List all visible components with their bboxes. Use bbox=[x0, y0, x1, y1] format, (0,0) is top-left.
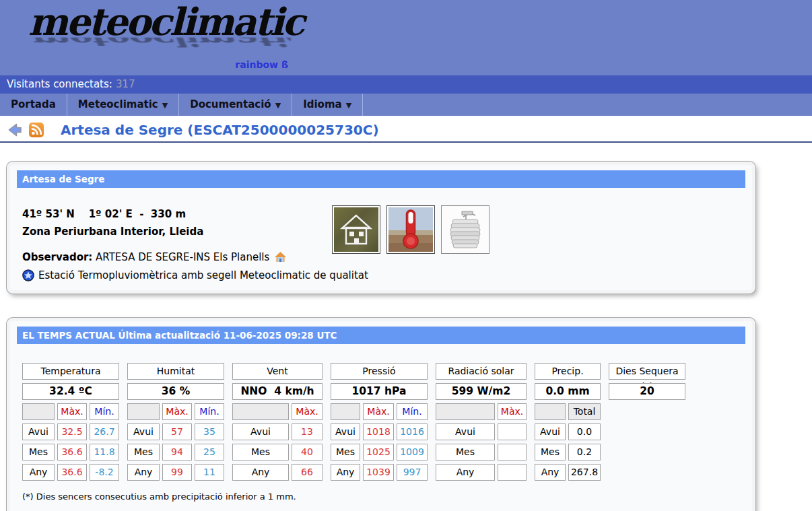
row-label: Any bbox=[22, 464, 55, 481]
page-title: Artesa de Segre (ESCAT2500000025730C) bbox=[61, 122, 379, 138]
group-pressio: Pressió 1017 hPa Màx. Mín. Avui 1018 101… bbox=[331, 363, 428, 481]
column-title: Temperatura bbox=[22, 363, 119, 380]
back-arrow-icon[interactable] bbox=[7, 122, 23, 138]
value-cell: 94 bbox=[162, 444, 192, 461]
current-value: 1017 hPa bbox=[331, 383, 428, 400]
row-label: Mes bbox=[535, 444, 566, 461]
row-label: Mes bbox=[127, 444, 160, 461]
value-cell: 1016 bbox=[397, 423, 428, 440]
quality-badge-text: Estació Termopluviomètrica amb segell Me… bbox=[38, 269, 368, 281]
column-title: Radiació solar bbox=[436, 363, 527, 380]
logo-tagline: rainbow ß bbox=[235, 59, 288, 70]
value-cell: 267.8 bbox=[568, 464, 601, 481]
station-house-photo[interactable] bbox=[332, 205, 380, 254]
current-value: 36 % bbox=[127, 383, 224, 400]
value-cell: 57 bbox=[162, 423, 192, 440]
nav-item-documentacio[interactable]: Documentació▼ bbox=[179, 94, 292, 116]
column-title: Vent bbox=[232, 363, 323, 380]
house-icon[interactable] bbox=[275, 252, 286, 265]
observer-name: ARTESA DE SEGRE-INS Els Planells bbox=[96, 251, 269, 263]
row-label: Avui bbox=[22, 423, 55, 440]
value-cell: 35 bbox=[195, 423, 224, 440]
logo-reflection: meteoclimatic bbox=[28, 38, 291, 50]
group-precip: Precip. 0.0 mm Total Avui 0.0 Mes 0.2 An… bbox=[535, 363, 601, 481]
nav-item-meteoclimatic[interactable]: Meteoclimatic▼ bbox=[67, 94, 179, 116]
quality-star-icon[interactable] bbox=[22, 269, 34, 281]
corner-cell bbox=[331, 403, 360, 420]
min-header: Mín. bbox=[397, 403, 428, 420]
chevron-down-icon: ▼ bbox=[275, 101, 281, 110]
weather-panel: EL TEMPS ACTUAL Última actualització 11-… bbox=[7, 318, 755, 511]
title-row: Artesa de Segre (ESCAT2500000025730C) bbox=[0, 120, 812, 142]
group-dies-sequera: Dies Sequera (*) 20 bbox=[609, 363, 685, 400]
top-banner: meteoclimatic meteoclimatic rainbow ß bbox=[0, 0, 812, 75]
corner-cell bbox=[22, 403, 55, 420]
meteoclimatic-logo[interactable]: meteoclimatic meteoclimatic rainbow ß bbox=[28, 1, 291, 55]
nav-item-portada[interactable]: Portada bbox=[0, 94, 67, 116]
group-vent: Vent NNO 4 km/h Màx. Avui 13 Mes 40 Any … bbox=[232, 363, 323, 481]
visitors-count: 317 bbox=[116, 78, 135, 90]
total-header: Total bbox=[568, 403, 601, 420]
value-cell: 66 bbox=[292, 464, 323, 481]
value-cell: 36.6 bbox=[57, 444, 87, 461]
rss-icon[interactable] bbox=[28, 122, 44, 138]
value-cell: 1039 bbox=[363, 464, 394, 481]
min-header: Mín. bbox=[195, 403, 224, 420]
value-cell: 36.6 bbox=[57, 464, 87, 481]
max-header: Màx. bbox=[363, 403, 394, 420]
value-cell: -8.2 bbox=[90, 464, 119, 481]
quality-badge-line: Estació Termopluviomètrica amb segell Me… bbox=[22, 269, 752, 281]
value-cell: 0.0 bbox=[568, 423, 601, 440]
max-header: Màx. bbox=[498, 403, 527, 420]
weather-groups: Temperatura 32.4 ºC Màx. Mín. Avui 32.5 … bbox=[22, 363, 752, 481]
value-cell: 1025 bbox=[363, 444, 394, 461]
observer-label: Observador: bbox=[22, 251, 92, 263]
value-cell: 1018 bbox=[363, 423, 394, 440]
corner-cell bbox=[436, 403, 495, 420]
value-cell bbox=[498, 423, 527, 440]
max-header: Màx. bbox=[57, 403, 87, 420]
value-cell: 1009 bbox=[397, 444, 428, 461]
value-cell: 26.7 bbox=[90, 423, 119, 440]
group-humitat: Humitat 36 % Màx. Mín. Avui 57 35 Mes 94… bbox=[127, 363, 224, 481]
row-label: Mes bbox=[331, 444, 360, 461]
corner-cell bbox=[232, 403, 289, 420]
main-nav: Portada Meteoclimatic▼ Documentació▼ Idi… bbox=[0, 94, 812, 116]
row-label: Avui bbox=[331, 423, 360, 440]
radiation-shield-photo[interactable] bbox=[441, 205, 489, 254]
row-label: Mes bbox=[232, 444, 289, 461]
current-value: 599 W/m2 bbox=[436, 383, 527, 400]
current-value: 0.0 mm bbox=[535, 383, 601, 400]
corner-cell bbox=[127, 403, 160, 420]
station-panel: Artesa de Segre 41º 53' N 1º 02' E - 330… bbox=[7, 162, 755, 294]
value-cell: 0.2 bbox=[568, 444, 601, 461]
max-header: Màx. bbox=[292, 403, 323, 420]
column-title: Precip. bbox=[535, 363, 601, 380]
row-label: Avui bbox=[535, 423, 566, 440]
value-cell: 25 bbox=[195, 444, 224, 461]
title-divider bbox=[0, 141, 812, 143]
station-panel-header: Artesa de Segre bbox=[17, 170, 745, 188]
row-label: Avui bbox=[232, 423, 289, 440]
column-title: Dies Sequera (*) bbox=[609, 363, 685, 380]
drought-footnote: (*) Dies sencers consecutius amb precipi… bbox=[22, 491, 752, 502]
value-cell: 997 bbox=[397, 464, 428, 481]
value-cell bbox=[498, 464, 527, 481]
logo-text: meteoclimatic bbox=[28, 1, 291, 42]
value-cell: 32.5 bbox=[57, 423, 87, 440]
chevron-down-icon: ▼ bbox=[162, 101, 168, 110]
group-radiacio: Radiació solar 599 W/m2 Màx. Avui Mes An… bbox=[436, 363, 527, 481]
value-cell: 11.8 bbox=[90, 444, 119, 461]
max-header: Màx. bbox=[162, 403, 192, 420]
value-cell: 13 bbox=[292, 423, 323, 440]
thermometer-photo[interactable] bbox=[386, 205, 435, 254]
nav-item-idioma[interactable]: Idioma▼ bbox=[292, 94, 363, 116]
row-label: Any bbox=[535, 464, 566, 481]
corner-cell bbox=[535, 403, 566, 420]
current-value: 20 bbox=[609, 383, 685, 400]
row-label: Mes bbox=[436, 444, 495, 461]
value-cell: 99 bbox=[162, 464, 192, 481]
value-cell bbox=[498, 444, 527, 461]
group-temperatura: Temperatura 32.4 ºC Màx. Mín. Avui 32.5 … bbox=[22, 363, 119, 481]
chevron-down-icon: ▼ bbox=[346, 101, 351, 110]
